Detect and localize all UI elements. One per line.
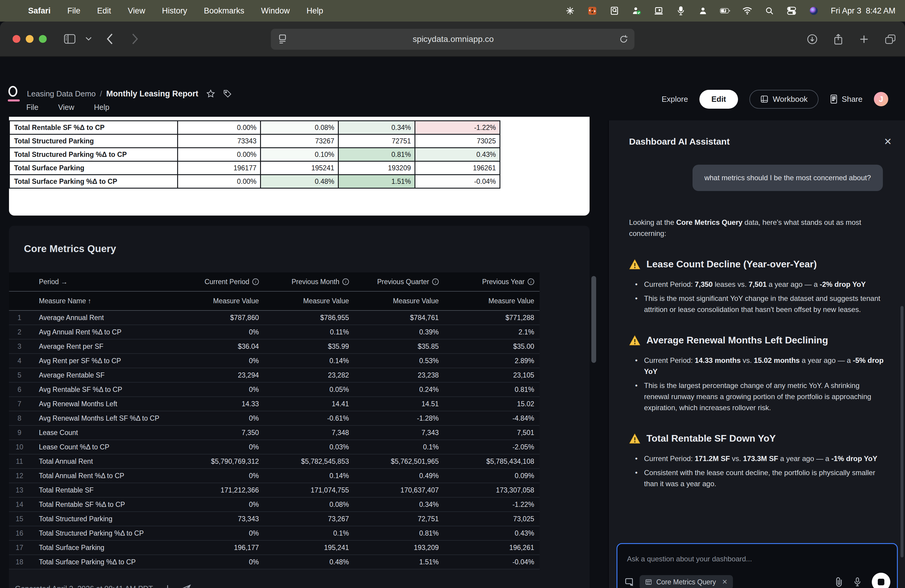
siri-icon[interactable]	[809, 6, 819, 16]
tag-icon[interactable]	[223, 89, 232, 98]
menubar-item-view[interactable]: View	[128, 6, 145, 16]
screen-capture-status-icon[interactable]	[609, 6, 619, 16]
window-close-button[interactable]	[13, 35, 21, 43]
row-number: 18	[9, 558, 30, 566]
ai-bullet-list: Current Period: 171.2M SF vs. 173.3M SF …	[633, 453, 886, 489]
microphone-icon[interactable]	[853, 577, 862, 587]
display-status-icon[interactable]	[654, 6, 664, 16]
close-icon[interactable]: ✕	[884, 136, 892, 147]
stop-button[interactable]	[872, 573, 890, 588]
period-header-row: Period → Current Periodi Previous Monthi…	[9, 272, 540, 292]
info-icon[interactable]: i	[342, 278, 349, 285]
ai-input-box[interactable]: Ask a question about your dashboard... C…	[616, 543, 898, 588]
user-status-icon[interactable]	[698, 6, 708, 16]
reader-view-icon[interactable]	[278, 34, 287, 44]
measure-name: Average Rent per SF	[30, 343, 179, 351]
spotlight-search-icon[interactable]	[764, 6, 775, 16]
user-check-status-icon[interactable]	[632, 6, 641, 16]
menubar-item-history[interactable]: History	[162, 6, 187, 16]
measure-value: 0.08%	[264, 501, 354, 509]
row-number: 4	[9, 357, 30, 365]
scroll-fade	[609, 517, 905, 544]
explore-button[interactable]: Explore	[662, 95, 688, 104]
download-icon[interactable]	[163, 584, 172, 588]
url-text[interactable]: spicydata.omniapp.co	[287, 35, 619, 44]
microphone-status-icon[interactable]	[676, 6, 686, 16]
edit-button[interactable]: Edit	[699, 90, 738, 109]
column-header-previous-quarter[interactable]: Previous Quarteri	[354, 278, 444, 286]
measure-value: 0.34%	[354, 501, 444, 509]
context-chip[interactable]: Core Metrics Query ✕	[640, 575, 733, 588]
measure-value: $35.85	[354, 343, 444, 351]
menubar-item-file[interactable]: File	[67, 6, 81, 16]
row-number: 14	[9, 501, 30, 509]
info-icon[interactable]: i	[432, 278, 439, 285]
measure-value: $787,860	[179, 314, 264, 322]
tab-overview-icon[interactable]	[884, 34, 896, 44]
menubar-clock[interactable]: Fri Apr 3 8:42 AM	[831, 6, 895, 16]
menubar-item-help[interactable]: Help	[306, 6, 323, 16]
summary-cell: 193209	[339, 162, 415, 174]
share-icon[interactable]	[833, 33, 843, 45]
app-menu-view[interactable]: View	[58, 103, 74, 112]
sidebar-chevron-icon[interactable]	[86, 37, 92, 41]
favorite-star-icon[interactable]	[206, 89, 215, 98]
user-message-bubble: what metrics should I be the most concer…	[692, 165, 883, 191]
measure-value: 0%	[179, 558, 264, 566]
measure-name: Avg Rent per SF %Δ to CP	[30, 357, 179, 365]
summary-cell: 0.08%	[261, 121, 339, 134]
control-center-icon[interactable]	[786, 6, 797, 16]
table-row: 9 Lease Count 7,350 7,348 7,343 7,501	[9, 426, 540, 440]
add-context-icon[interactable]	[624, 577, 634, 587]
window-minimize-button[interactable]	[26, 35, 33, 43]
menubar-item-edit[interactable]: Edit	[97, 6, 111, 16]
column-header-previous-year[interactable]: Previous Yeari	[444, 278, 540, 286]
omni-logo[interactable]	[8, 86, 20, 102]
table-row: 18 Total Surface Parking %Δ to CP 0% 0.4…	[9, 555, 540, 569]
measure-value: 0%	[179, 414, 264, 423]
measure-value: $786,955	[264, 314, 354, 322]
measure-value-header[interactable]: Measure Value	[354, 297, 444, 305]
app-menu-help[interactable]: Help	[94, 103, 109, 112]
breadcrumb-workspace[interactable]: Leasing Data Demo	[27, 89, 96, 99]
column-header-previous-month[interactable]: Previous Monthi	[264, 278, 354, 286]
reload-icon[interactable]	[619, 35, 628, 44]
back-button[interactable]	[106, 33, 113, 44]
measure-value: 0%	[179, 386, 264, 394]
period-header[interactable]: Period →	[30, 278, 179, 286]
info-icon[interactable]: i	[528, 278, 534, 285]
info-icon[interactable]: i	[252, 278, 259, 285]
summary-cell: 73343	[178, 135, 261, 147]
new-tab-icon[interactable]	[859, 34, 869, 44]
menubar-item-bookmarks[interactable]: Bookmarks	[204, 6, 244, 16]
app-menu-file[interactable]: File	[26, 103, 38, 112]
attachment-icon[interactable]	[834, 577, 843, 587]
measure-value: $5,762,501,965	[354, 458, 444, 466]
window-zoom-button[interactable]	[39, 35, 47, 43]
chip-remove-icon[interactable]: ✕	[722, 578, 727, 586]
ai-panel-scrollbar[interactable]	[900, 306, 903, 558]
downloads-icon[interactable]	[807, 34, 818, 44]
vertical-scrollbar[interactable]	[591, 276, 596, 363]
battery-status-icon[interactable]	[720, 6, 730, 16]
send-icon[interactable]	[182, 584, 191, 588]
forward-button[interactable]	[132, 33, 138, 44]
measure-value: 15.02	[444, 400, 540, 408]
wifi-status-icon[interactable]	[742, 6, 753, 16]
measure-name-header[interactable]: Measure Name ↑	[30, 297, 179, 305]
measure-value-header[interactable]: Measure Value	[444, 297, 540, 305]
user-avatar[interactable]: J	[874, 92, 888, 106]
sparkle-status-icon[interactable]	[565, 6, 575, 16]
share-button[interactable]: Share	[830, 95, 862, 104]
ai-input-placeholder[interactable]: Ask a question about your dashboard...	[618, 544, 897, 563]
address-bar[interactable]: spicydata.omniapp.co	[271, 29, 635, 50]
measure-value-header[interactable]: Measure Value	[264, 297, 354, 305]
sidebar-toggle-icon[interactable]	[64, 34, 75, 44]
measure-value-header[interactable]: Measure Value	[179, 297, 264, 305]
measure-value: 0%	[179, 443, 264, 451]
orange-app-status-icon[interactable]	[587, 6, 597, 16]
menubar-item-safari[interactable]: Safari	[28, 6, 51, 16]
menubar-item-window[interactable]: Window	[261, 6, 290, 16]
workbook-button[interactable]: Workbook	[749, 90, 819, 109]
column-header-current-period[interactable]: Current Periodi	[179, 278, 264, 286]
